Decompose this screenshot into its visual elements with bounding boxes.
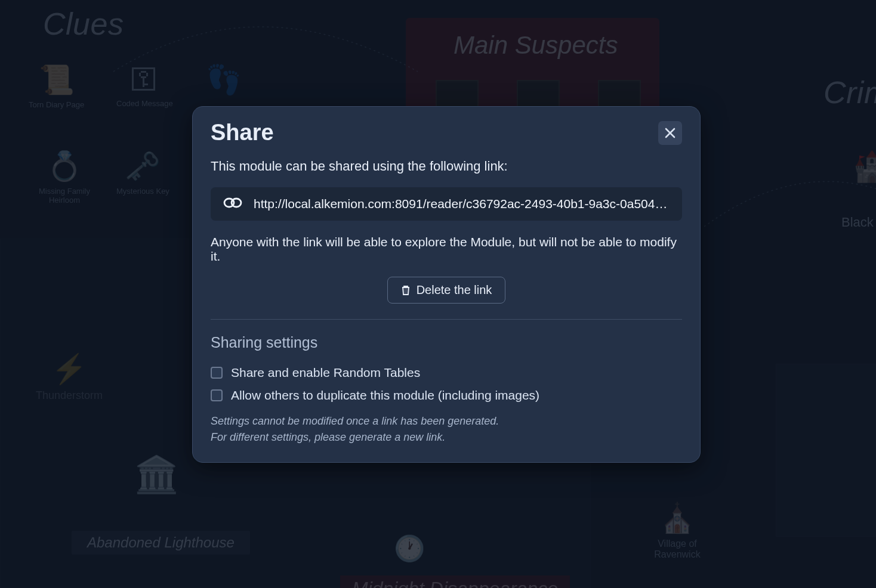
link-icon (223, 196, 243, 212)
footnote-line: Settings cannot be modified once a link … (211, 413, 682, 429)
setting-label: Share and enable Random Tables (231, 366, 420, 380)
delete-link-button[interactable]: Delete the link (387, 277, 506, 304)
footnote-line: For different settings, please generate … (211, 429, 682, 445)
checkbox[interactable] (211, 389, 223, 401)
modal-title: Share (211, 120, 274, 146)
share-modal: Share This module can be shared using th… (192, 106, 701, 463)
trash-icon (401, 285, 411, 296)
setting-row-allow-duplicate[interactable]: Allow others to duplicate this module (i… (211, 388, 682, 403)
share-link-url: http://local.alkemion.com:8091/reader/c3… (254, 197, 670, 211)
settings-heading: Sharing settings (211, 334, 682, 351)
settings-footnote: Settings cannot be modified once a link … (211, 413, 682, 445)
permission-note: Anyone with the link will be able to exp… (211, 235, 682, 264)
close-icon (665, 128, 675, 138)
share-link-field[interactable]: http://local.alkemion.com:8091/reader/c3… (211, 187, 682, 221)
setting-label: Allow others to duplicate this module (i… (231, 388, 539, 403)
delete-link-label: Delete the link (417, 283, 492, 297)
modal-intro-text: This module can be shared using the foll… (211, 159, 682, 174)
close-button[interactable] (658, 121, 682, 145)
checkbox[interactable] (211, 367, 223, 379)
divider (211, 319, 682, 320)
setting-row-random-tables[interactable]: Share and enable Random Tables (211, 366, 682, 380)
svg-point-1 (232, 199, 241, 207)
